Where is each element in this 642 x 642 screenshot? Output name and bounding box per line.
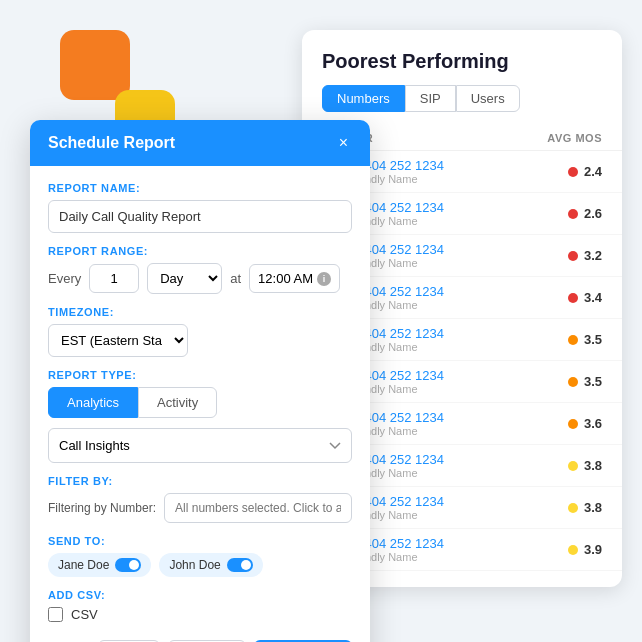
tab-numbers[interactable]: Numbers — [322, 85, 405, 112]
filter-by-label: FILTER BY: — [48, 475, 352, 487]
send-to-label: SEND TO: — [48, 535, 352, 547]
recipient-john: John Doe — [159, 553, 262, 577]
row-phone-3[interactable]: +1 404 252 1234 — [346, 242, 568, 257]
modal-title: Schedule Report — [48, 134, 175, 152]
mos-dot-9 — [568, 503, 578, 513]
row-info-6: +1 404 252 1234 Friendly Name — [346, 368, 568, 395]
at-label: at — [230, 271, 241, 286]
row-fname-2: Friendly Name — [346, 215, 568, 227]
row-mos-4: 3.4 — [568, 290, 602, 305]
every-label: Every — [48, 271, 81, 286]
report-name-label: REPORT NAME: — [48, 182, 352, 194]
recipient-jane-toggle[interactable] — [115, 558, 141, 572]
filter-row: Filtering by Number: — [48, 493, 352, 523]
report-range-row: Every Day Week Month at 12:00 AM i — [48, 263, 352, 294]
tab-users[interactable]: Users — [456, 85, 520, 112]
info-icon: i — [317, 272, 331, 286]
row-phone-1[interactable]: +1 404 252 1234 — [346, 158, 568, 173]
row-mos-2: 2.6 — [568, 206, 602, 221]
timezone-select[interactable]: EST (Eastern Sta — [48, 324, 188, 357]
row-phone-6[interactable]: +1 404 252 1234 — [346, 368, 568, 383]
row-fname-8: Friendly Name — [346, 467, 568, 479]
recipient-john-toggle[interactable] — [227, 558, 253, 572]
filter-input[interactable] — [164, 493, 352, 523]
row-mos-5: 3.5 — [568, 332, 602, 347]
row-fname-3: Friendly Name — [346, 257, 568, 269]
row-info-5: +1 404 252 1234 Friendly Name — [346, 326, 568, 353]
tab-sip[interactable]: SIP — [405, 85, 456, 112]
recipient-john-name: John Doe — [169, 558, 220, 572]
row-mos-10: 3.9 — [568, 542, 602, 557]
row-fname-5: Friendly Name — [346, 341, 568, 353]
mos-value-3: 3.2 — [584, 248, 602, 263]
modal-close-button[interactable]: × — [335, 134, 352, 152]
csv-row: CSV — [48, 607, 352, 622]
day-select[interactable]: Day Week Month — [147, 263, 222, 294]
row-phone-9[interactable]: +1 404 252 1234 — [346, 494, 568, 509]
mos-dot-5 — [568, 335, 578, 345]
recipient-jane-name: Jane Doe — [58, 558, 109, 572]
send-to-row: Jane Doe John Doe — [48, 553, 352, 577]
csv-label: CSV — [71, 607, 98, 622]
modal-footer: Test Cancel Schedule — [48, 636, 352, 642]
mos-dot-4 — [568, 293, 578, 303]
time-value: 12:00 AM — [258, 271, 313, 286]
row-phone-7[interactable]: +1 404 252 1234 — [346, 410, 568, 425]
row-fname-10: Friendly Name — [346, 551, 568, 563]
row-phone-5[interactable]: +1 404 252 1234 — [346, 326, 568, 341]
mos-value-10: 3.9 — [584, 542, 602, 557]
row-fname-9: Friendly Name — [346, 509, 568, 521]
row-info-3: +1 404 252 1234 Friendly Name — [346, 242, 568, 269]
mos-dot-8 — [568, 461, 578, 471]
csv-checkbox[interactable] — [48, 607, 63, 622]
poorest-title: Poorest Performing — [302, 50, 622, 85]
mos-value-2: 2.6 — [584, 206, 602, 221]
report-type-label: REPORT TYPE: — [48, 369, 352, 381]
mos-value-8: 3.8 — [584, 458, 602, 473]
row-mos-1: 2.4 — [568, 164, 602, 179]
row-info-2: +1 404 252 1234 Friendly Name — [346, 200, 568, 227]
row-mos-6: 3.5 — [568, 374, 602, 389]
mos-value-6: 3.5 — [584, 374, 602, 389]
timezone-label: TIMEZONE: — [48, 306, 352, 318]
mos-dot-6 — [568, 377, 578, 387]
mos-dot-10 — [568, 545, 578, 555]
row-mos-8: 3.8 — [568, 458, 602, 473]
mos-dot-7 — [568, 419, 578, 429]
row-mos-9: 3.8 — [568, 500, 602, 515]
report-type-dropdown[interactable]: Call Insights Daily Quality Report — [48, 428, 352, 463]
row-mos-3: 3.2 — [568, 248, 602, 263]
time-input[interactable]: 12:00 AM i — [249, 264, 340, 293]
mos-dot-1 — [568, 167, 578, 177]
row-fname-1: Friendly Name — [346, 173, 568, 185]
row-phone-4[interactable]: +1 404 252 1234 — [346, 284, 568, 299]
row-info-4: +1 404 252 1234 Friendly Name — [346, 284, 568, 311]
report-name-input[interactable] — [48, 200, 352, 233]
type-activity-button[interactable]: Activity — [138, 387, 217, 418]
mos-dot-2 — [568, 209, 578, 219]
mos-value-9: 3.8 — [584, 500, 602, 515]
row-info-1: +1 404 252 1234 Friendly Name — [346, 158, 568, 185]
col-avg-mos: AVG MOS — [547, 132, 602, 144]
every-input[interactable] — [89, 264, 139, 293]
row-info-10: +1 404 252 1234 Friendly Name — [346, 536, 568, 563]
row-fname-4: Friendly Name — [346, 299, 568, 311]
type-analytics-button[interactable]: Analytics — [48, 387, 138, 418]
row-fname-7: Friendly Name — [346, 425, 568, 437]
add-csv-label: ADD CSV: — [48, 589, 352, 601]
row-phone-2[interactable]: +1 404 252 1234 — [346, 200, 568, 215]
schedule-report-modal: Schedule Report × REPORT NAME: REPORT RA… — [30, 120, 370, 642]
mos-dot-3 — [568, 251, 578, 261]
row-mos-7: 3.6 — [568, 416, 602, 431]
row-phone-8[interactable]: +1 404 252 1234 — [346, 452, 568, 467]
mos-value-5: 3.5 — [584, 332, 602, 347]
row-phone-10[interactable]: +1 404 252 1234 — [346, 536, 568, 551]
orange-decoration — [60, 30, 130, 100]
report-range-label: REPORT RANGE: — [48, 245, 352, 257]
row-info-7: +1 404 252 1234 Friendly Name — [346, 410, 568, 437]
modal-header: Schedule Report × — [30, 120, 370, 166]
row-fname-6: Friendly Name — [346, 383, 568, 395]
mos-value-4: 3.4 — [584, 290, 602, 305]
recipient-jane: Jane Doe — [48, 553, 151, 577]
row-info-8: +1 404 252 1234 Friendly Name — [346, 452, 568, 479]
